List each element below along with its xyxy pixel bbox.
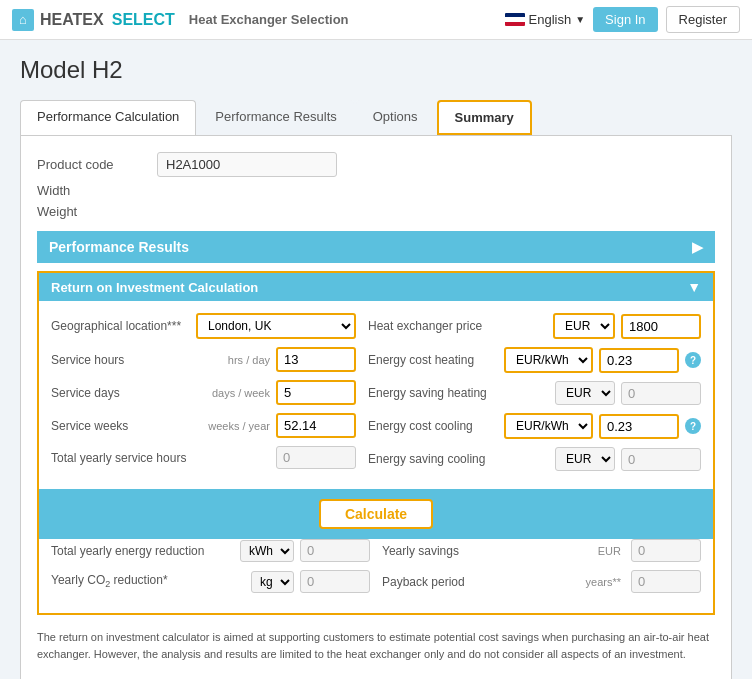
- logo: ⌂ HEATEX SELECT Heat Exchanger Selection: [12, 9, 349, 31]
- energy-saving-cooling-unit: EUR: [555, 447, 615, 471]
- energy-cost-cooling-input[interactable]: [599, 414, 679, 439]
- energy-saving-heating-row: Energy saving heating EUR: [368, 381, 701, 405]
- logo-select: SELECT: [112, 11, 175, 29]
- energy-cost-cooling-info-icon[interactable]: ?: [685, 418, 701, 434]
- disclaimer-main: The return on investment calculator is a…: [37, 629, 715, 662]
- language-label: English: [529, 12, 572, 27]
- yearly-savings-row: Yearly savings EUR: [382, 539, 701, 562]
- header: ⌂ HEATEX SELECT Heat Exchanger Selection…: [0, 0, 752, 40]
- service-weeks-label: Service weeks: [51, 419, 202, 433]
- energy-saving-heating-label: Energy saving heating: [368, 386, 549, 400]
- geo-location-label: Geographical location***: [51, 319, 190, 333]
- energy-cost-heating-input[interactable]: [599, 348, 679, 373]
- energy-cost-cooling-label: Energy cost cooling: [368, 419, 498, 433]
- geo-location-select[interactable]: London, UK New York, US Berlin, DE Paris…: [196, 313, 356, 339]
- hx-price-row: Heat exchanger price EURUSDGBP: [368, 313, 701, 339]
- energy-saving-heating-unit: EUR: [555, 381, 615, 405]
- header-subtitle: Heat Exchanger Selection: [189, 12, 349, 27]
- yearly-savings-unit: EUR: [598, 545, 621, 557]
- service-days-row: Service days days / week: [51, 380, 356, 405]
- co2-input: [300, 570, 370, 593]
- yearly-savings-label: Yearly savings: [382, 544, 592, 558]
- results-left: Total yearly energy reduction kWh Yearly…: [51, 539, 370, 601]
- service-hours-row: Service hours hrs / day: [51, 347, 356, 372]
- performance-results-header: Performance Results ▶: [37, 231, 715, 263]
- yearly-savings-input: [631, 539, 701, 562]
- calculate-button[interactable]: Calculate: [319, 499, 433, 529]
- roi-header: Return on Investment Calculation ▼: [39, 273, 713, 301]
- tab-performance-results[interactable]: Performance Results: [198, 100, 353, 135]
- hx-price-currency-select[interactable]: EURUSDGBP: [553, 313, 615, 339]
- co2-row: Yearly CO2 reduction* kg: [51, 570, 370, 593]
- chevron-down-icon: ▼: [687, 279, 701, 295]
- register-button[interactable]: Register: [666, 6, 740, 33]
- disclaimer: The return on investment calculator is a…: [37, 629, 715, 679]
- tabs: Performance Calculation Performance Resu…: [20, 100, 732, 136]
- service-weeks-input[interactable]: [276, 413, 356, 438]
- energy-cost-heating-row: Energy cost heating EUR/kWhUSD/kWh ?: [368, 347, 701, 373]
- roi-title: Return on Investment Calculation: [51, 280, 258, 295]
- tab-summary[interactable]: Summary: [437, 100, 532, 135]
- chevron-right-icon: ▶: [692, 239, 703, 255]
- total-energy-row: Total yearly energy reduction kWh: [51, 539, 370, 562]
- total-hours-label: Total yearly service hours: [51, 451, 270, 465]
- energy-cost-heating-unit-select[interactable]: EUR/kWhUSD/kWh: [504, 347, 593, 373]
- roi-left-col: Geographical location*** London, UK New …: [51, 313, 356, 479]
- roi-body: Geographical location*** London, UK New …: [39, 301, 713, 613]
- product-code-input[interactable]: [157, 152, 337, 177]
- calculate-row: Calculate: [39, 489, 713, 539]
- energy-saving-cooling-row: Energy saving cooling EUR: [368, 447, 701, 471]
- product-info: Product code Width Weight: [37, 152, 715, 219]
- hx-price-input[interactable]: [621, 314, 701, 339]
- service-days-label: Service days: [51, 386, 206, 400]
- payback-input: [631, 570, 701, 593]
- header-right: English ▼ Sign In Register: [505, 6, 740, 33]
- page-title: Model H2: [20, 56, 732, 84]
- flag-icon: [505, 13, 525, 26]
- width-row: Width: [37, 183, 715, 198]
- width-label: Width: [37, 183, 157, 198]
- service-hours-label: Service hours: [51, 353, 222, 367]
- roi-section: Return on Investment Calculation ▼ Geogr…: [37, 271, 715, 615]
- weight-row: Weight: [37, 204, 715, 219]
- energy-cost-heating-info-icon[interactable]: ?: [685, 352, 701, 368]
- service-weeks-unit: weeks / year: [208, 420, 270, 432]
- co2-unit-select[interactable]: kg: [251, 571, 294, 593]
- service-hours-input[interactable]: [276, 347, 356, 372]
- tab-performance-calculation[interactable]: Performance Calculation: [20, 100, 196, 135]
- total-energy-unit-select[interactable]: kWh: [240, 540, 294, 562]
- co2-label: Yearly CO2 reduction*: [51, 573, 245, 589]
- signin-button[interactable]: Sign In: [593, 7, 657, 32]
- hx-price-label: Heat exchanger price: [368, 319, 547, 333]
- geo-location-row: Geographical location*** London, UK New …: [51, 313, 356, 339]
- roi-columns: Geographical location*** London, UK New …: [51, 313, 701, 479]
- service-weeks-row: Service weeks weeks / year: [51, 413, 356, 438]
- energy-saving-heating-input: [621, 382, 701, 405]
- roi-right-col: Heat exchanger price EURUSDGBP Energy co…: [368, 313, 701, 479]
- weight-label: Weight: [37, 204, 157, 219]
- logo-heatex: HEATEX: [40, 11, 104, 29]
- house-icon: ⌂: [12, 9, 34, 31]
- service-days-input[interactable]: [276, 380, 356, 405]
- total-hours-input: [276, 446, 356, 469]
- performance-results-title: Performance Results: [49, 239, 189, 255]
- energy-saving-cooling-label: Energy saving cooling: [368, 452, 549, 466]
- content-area: Product code Width Weight Performance Re…: [20, 136, 732, 679]
- energy-saving-cooling-input: [621, 448, 701, 471]
- chevron-down-icon: ▼: [575, 14, 585, 25]
- total-energy-input: [300, 539, 370, 562]
- payback-unit: years**: [586, 576, 621, 588]
- results-row: Total yearly energy reduction kWh Yearly…: [51, 539, 701, 601]
- total-hours-row: Total yearly service hours: [51, 446, 356, 469]
- product-code-label: Product code: [37, 157, 157, 172]
- energy-cost-cooling-unit-select[interactable]: EUR/kWhUSD/kWh: [504, 413, 593, 439]
- page: Model H2 Performance Calculation Perform…: [0, 40, 752, 679]
- language-selector[interactable]: English ▼: [505, 12, 586, 27]
- service-days-unit: days / week: [212, 387, 270, 399]
- payback-row: Payback period years**: [382, 570, 701, 593]
- energy-cost-heating-label: Energy cost heating: [368, 353, 498, 367]
- total-energy-label: Total yearly energy reduction: [51, 544, 234, 558]
- results-right: Yearly savings EUR Payback period years*…: [382, 539, 701, 601]
- tab-options[interactable]: Options: [356, 100, 435, 135]
- energy-cost-cooling-row: Energy cost cooling EUR/kWhUSD/kWh ?: [368, 413, 701, 439]
